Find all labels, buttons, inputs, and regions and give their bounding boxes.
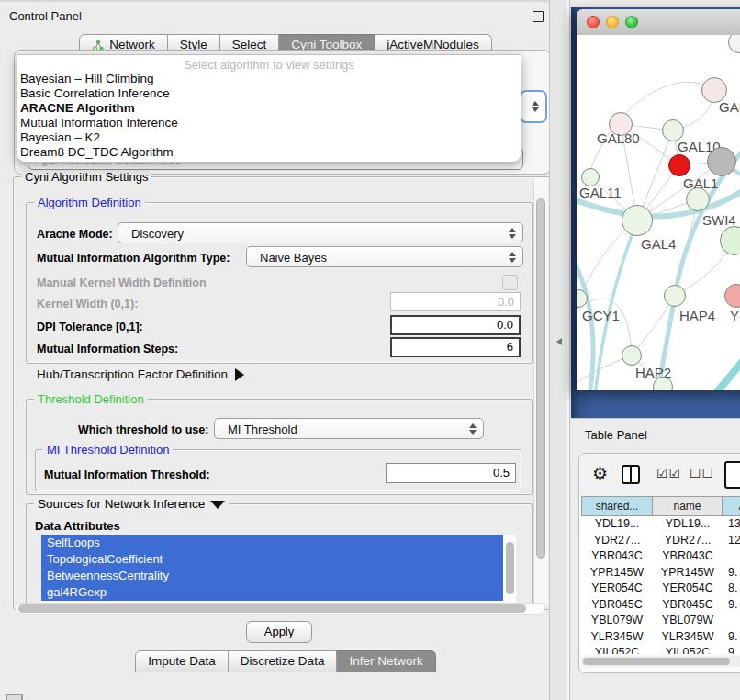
dropdown-item-bayesian-hill-climbing[interactable]: Bayesian – Hill Climbing — [17, 72, 521, 86]
desktop-background: GALGAL80GAL10GAL11GAL1GAL4SWI4GCY1HAP4YH… — [571, 7, 740, 418]
table-cell: 12 — [723, 533, 740, 549]
network-view[interactable]: GALGAL80GAL10GAL11GAL1GAL4SWI4GCY1HAP4YH… — [577, 35, 740, 390]
manual-kernel-checkbox[interactable] — [502, 275, 518, 290]
table-panel-title: Table Panel — [585, 428, 647, 442]
node[interactable] — [653, 377, 673, 390]
table-horizontal-thumb[interactable] — [583, 658, 730, 665]
table-row[interactable]: YDL19...YDL19...13 — [581, 516, 740, 533]
dropdown-item-basic-correlation-inference[interactable]: Basic Correlation Inference — [17, 86, 521, 101]
dropdown-prompt: Select algorithm to view settings — [17, 55, 521, 72]
zoom-traffic-light-icon[interactable] — [625, 16, 638, 28]
tab-label: Impute Data — [148, 651, 216, 672]
tab-label: Discretize Data — [241, 651, 325, 672]
hub-factor-expander[interactable]: Hub/Transcription Factor Definition — [37, 367, 244, 381]
attributes-scrollbar-thumb[interactable] — [506, 542, 514, 594]
bottom-tab-infer-network[interactable]: Infer Network — [337, 650, 435, 672]
table-row[interactable]: YIL052CYIL052C9 — [581, 645, 740, 654]
column-header-name[interactable]: name — [653, 496, 723, 516]
settings-horizontal-thumb[interactable] — [18, 604, 526, 613]
dropdown-item-mutual-information-inference[interactable]: Mutual Information Inference — [17, 116, 521, 130]
table-toolbar: ⚙ ☑☑ ☐☐ — [579, 454, 740, 496]
dropdown-item-bayesian-k2[interactable]: Bayesian – K2 — [17, 130, 521, 145]
gear-icon[interactable]: ⚙ — [592, 463, 608, 484]
float-window-icon[interactable] — [533, 11, 544, 22]
which-threshold-combobox[interactable]: MI Threshold — [214, 418, 484, 439]
node-hap4[interactable] — [664, 285, 686, 307]
stepper-arrows-icon — [532, 101, 540, 112]
minimize-traffic-light-icon[interactable] — [606, 16, 619, 28]
apply-button[interactable]: Apply — [246, 621, 312, 643]
mi-threshold-field[interactable]: 0.5 — [386, 463, 516, 483]
which-threshold-value: MI Threshold — [228, 422, 297, 435]
sources-label[interactable]: Sources for Network Inference — [34, 497, 229, 511]
column-header-shared[interactable]: shared... — [581, 496, 653, 516]
corner-widget-icon[interactable] — [6, 694, 23, 700]
settings-vertical-thumb[interactable] — [536, 198, 545, 559]
table-row[interactable]: YPR145WYPR145W9. — [581, 565, 740, 581]
table-panel-box: ⚙ ☑☑ ☐☐ shared...nameA YDL19...YDL19...1… — [578, 453, 740, 673]
mi-threshold-definition-label: MI Threshold Definition — [43, 443, 173, 457]
table-cell: 8. — [723, 581, 740, 597]
deselect-all-checkboxes-icon[interactable]: ☐☐ — [690, 466, 714, 480]
expand-right-icon — [235, 368, 244, 381]
kernel-width-field[interactable]: 0.0 — [390, 292, 521, 311]
table-cell: YLR345W — [653, 629, 723, 646]
mi-threshold-label: Mutual Information Threshold: — [44, 469, 210, 481]
table-row[interactable]: YBR045CYBR045C9. — [581, 597, 740, 614]
table-cell: YDR27... — [653, 533, 723, 549]
focused-combobox-fragment[interactable] — [520, 90, 547, 123]
table-cell: YER054C — [653, 581, 723, 597]
attribute-item-topologicalcoefficient[interactable]: TopologicalCoefficient — [41, 551, 503, 568]
dropdown-list: Bayesian – Hill ClimbingBasic Correlatio… — [17, 72, 521, 160]
kernel-width-label: Kernel Width (0,1): — [37, 298, 138, 310]
table-row[interactable]: YBR043CYBR043C — [581, 548, 740, 565]
table-cell: YDL19... — [581, 516, 653, 533]
node-label-gal4: GAL4 — [641, 236, 676, 252]
mi-type-label: Mutual Information Algorithm Type: — [37, 252, 230, 265]
which-threshold-label: Which threshold to use: — [78, 423, 208, 436]
network-window[interactable]: GALGAL80GAL10GAL11GAL1GAL4SWI4GCY1HAP4YH… — [577, 9, 740, 390]
aracne-mode-combobox[interactable]: Discovery — [118, 222, 523, 243]
table-row[interactable]: YDR27...YDR27...12 — [581, 533, 740, 549]
node[interactable] — [668, 154, 690, 176]
attribute-item-gal4rgexp[interactable]: gal4RGexp — [41, 584, 503, 601]
attribute-item-betweennesscentrality[interactable]: BetweennessCentrality — [41, 568, 503, 584]
table-cell: YDR27... — [581, 533, 653, 549]
dropdown-item-aracne-algorithm[interactable]: ARACNE Algorithm — [17, 101, 521, 116]
node-gal11[interactable] — [581, 168, 600, 186]
stepper-arrows-icon — [509, 252, 517, 263]
table-cell: YDL19... — [653, 516, 723, 533]
node-label-gal11: GAL11 — [579, 185, 622, 200]
close-traffic-light-icon[interactable] — [587, 16, 600, 28]
node-table: shared...nameA YDL19...YDL19...13YDR27..… — [581, 496, 740, 654]
table-cell: YPR145W — [581, 565, 653, 581]
node-label-gal1: GAL1 — [683, 175, 718, 191]
node[interactable] — [707, 147, 736, 176]
attribute-item-selfloops[interactable]: SelfLoops — [41, 535, 503, 551]
table-row[interactable]: YBL079WYBL079W — [581, 613, 740, 629]
page-icon[interactable] — [724, 461, 740, 489]
columns-icon[interactable] — [622, 465, 640, 484]
dropdown-item-dream8-dc-tdc-algorithm[interactable]: Dream8 DC_TDC Algorithm — [17, 145, 521, 160]
mi-type-combobox[interactable]: Naive Bayes — [246, 246, 523, 267]
select-all-checkboxes-icon[interactable]: ☑☑ — [656, 466, 681, 480]
network-window-titlebar[interactable] — [577, 9, 740, 36]
threshold-definition-label: Threshold Definition — [34, 392, 148, 406]
mi-steps-label: Mutual Information Steps: — [37, 343, 178, 356]
table-cell: YIL052C — [581, 645, 653, 654]
collapse-left-icon[interactable] — [556, 338, 562, 345]
bottom-tab-discretize-data[interactable]: Discretize Data — [229, 650, 338, 672]
mi-steps-field[interactable]: 6 — [390, 337, 521, 357]
node-gal4[interactable] — [622, 205, 653, 236]
table-row[interactable]: YER054CYER054C8. — [581, 581, 740, 597]
tab-label: Infer Network — [349, 651, 422, 672]
control-panel-titlebar[interactable]: Control Panel ✖ — [0, 2, 571, 29]
control-panel: Control Panel ✖ NetworkStyleSelectCyni T… — [0, 0, 571, 700]
bottom-tab-impute-data[interactable]: Impute Data — [135, 650, 229, 672]
node-hap2[interactable] — [622, 345, 642, 366]
collapse-down-icon — [210, 501, 225, 509]
table-cell: YBL079W — [581, 613, 653, 629]
column-header-a[interactable]: A — [723, 496, 740, 516]
dpi-tolerance-field[interactable]: 0.0 — [390, 315, 521, 335]
table-row[interactable]: YLR345WYLR345W9. — [581, 629, 740, 646]
